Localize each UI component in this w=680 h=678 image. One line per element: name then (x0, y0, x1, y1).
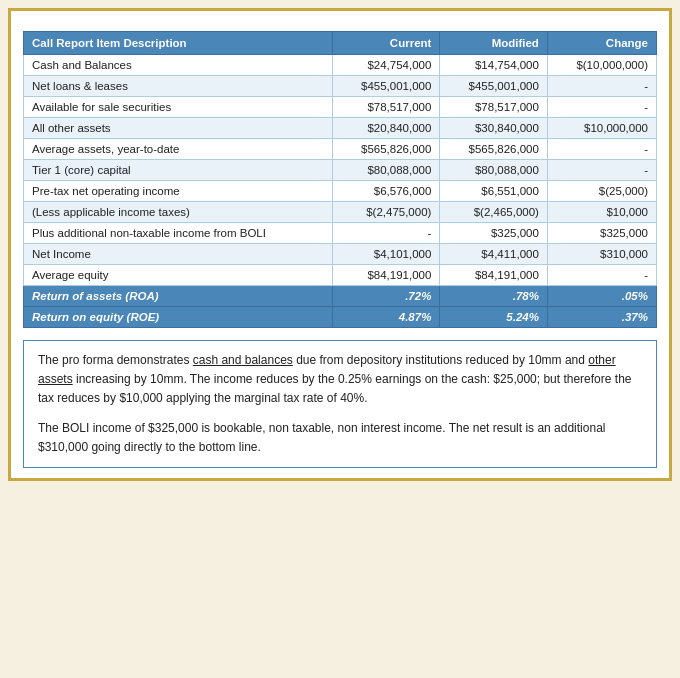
table-cell: $20,840,000 (332, 118, 440, 139)
highlight-cell: .37% (547, 307, 656, 328)
table-row: Cash and Balances$24,754,000$14,754,000$… (24, 55, 657, 76)
col-header-change: Change (547, 32, 656, 55)
table-cell: $325,000 (547, 223, 656, 244)
table-cell: $6,551,000 (440, 181, 548, 202)
table-cell: - (547, 265, 656, 286)
table-cell: $455,001,000 (440, 76, 548, 97)
table-row: Plus additional non-taxable income from … (24, 223, 657, 244)
underline-cash: cash and balances (193, 353, 293, 367)
table-cell: - (547, 97, 656, 118)
table-cell: - (332, 223, 440, 244)
table-cell: $78,517,000 (332, 97, 440, 118)
table-cell: $78,517,000 (440, 97, 548, 118)
highlight-cell: .78% (440, 286, 548, 307)
table-cell: $4,411,000 (440, 244, 548, 265)
table-cell: $84,191,000 (332, 265, 440, 286)
table-cell: $14,754,000 (440, 55, 548, 76)
table-cell: $84,191,000 (440, 265, 548, 286)
table-cell: - (547, 139, 656, 160)
table-cell: $24,754,000 (332, 55, 440, 76)
table-row: Average equity$84,191,000$84,191,000- (24, 265, 657, 286)
table-row: Net Income$4,101,000$4,411,000$310,000 (24, 244, 657, 265)
table-cell: $10,000 (547, 202, 656, 223)
table-cell: $565,826,000 (332, 139, 440, 160)
table-row: All other assets$20,840,000$30,840,000$1… (24, 118, 657, 139)
table-cell: Average equity (24, 265, 333, 286)
table-cell: Plus additional non-taxable income from … (24, 223, 333, 244)
table-row: Tier 1 (core) capital$80,088,000$80,088,… (24, 160, 657, 181)
table-cell: Cash and Balances (24, 55, 333, 76)
table-cell: All other assets (24, 118, 333, 139)
table-cell: - (547, 160, 656, 181)
table-cell: $30,840,000 (440, 118, 548, 139)
table-cell: $80,088,000 (332, 160, 440, 181)
note-paragraph-1: The pro forma demonstrates cash and bala… (38, 351, 642, 409)
col-header-description: Call Report Item Description (24, 32, 333, 55)
table-cell: Net loans & leases (24, 76, 333, 97)
table-row: Available for sale securities$78,517,000… (24, 97, 657, 118)
table-cell: Net Income (24, 244, 333, 265)
table-cell: $455,001,000 (332, 76, 440, 97)
table-row: Pre-tax net operating income$6,576,000$6… (24, 181, 657, 202)
highlight-label: Return of assets (ROA) (24, 286, 333, 307)
balance-sheet-table: Call Report Item Description Current Mod… (23, 31, 657, 328)
underline-other-assets: other assets (38, 353, 616, 386)
highlight-row: Return of assets (ROA).72%.78%.05% (24, 286, 657, 307)
table-cell: $(25,000) (547, 181, 656, 202)
highlight-row: Return on equity (ROE)4.87%5.24%.37% (24, 307, 657, 328)
col-header-current: Current (332, 32, 440, 55)
table-cell: $565,826,000 (440, 139, 548, 160)
col-header-modified: Modified (440, 32, 548, 55)
table-row: Net loans & leases$455,001,000$455,001,0… (24, 76, 657, 97)
table-cell: Available for sale securities (24, 97, 333, 118)
table-cell: (Less applicable income taxes) (24, 202, 333, 223)
highlight-cell: 4.87% (332, 307, 440, 328)
table-cell: Pre-tax net operating income (24, 181, 333, 202)
table-cell: Tier 1 (core) capital (24, 160, 333, 181)
table-row: (Less applicable income taxes)$(2,475,00… (24, 202, 657, 223)
table-cell: $80,088,000 (440, 160, 548, 181)
table-cell: $(2,465,000) (440, 202, 548, 223)
note-box: The pro forma demonstrates cash and bala… (23, 340, 657, 468)
table-cell: $6,576,000 (332, 181, 440, 202)
highlight-label: Return on equity (ROE) (24, 307, 333, 328)
table-cell: $310,000 (547, 244, 656, 265)
table-cell: Average assets, year-to-date (24, 139, 333, 160)
table-row: Average assets, year-to-date$565,826,000… (24, 139, 657, 160)
table-cell: $10,000,000 (547, 118, 656, 139)
highlight-cell: 5.24% (440, 307, 548, 328)
highlight-cell: .05% (547, 286, 656, 307)
table-cell: - (547, 76, 656, 97)
note-paragraph-2: The BOLI income of $325,000 is bookable,… (38, 419, 642, 457)
table-cell: $325,000 (440, 223, 548, 244)
table-cell: $(2,475,000) (332, 202, 440, 223)
highlight-cell: .72% (332, 286, 440, 307)
page-container: Call Report Item Description Current Mod… (8, 8, 672, 481)
table-cell: $4,101,000 (332, 244, 440, 265)
table-cell: $(10,000,000) (547, 55, 656, 76)
